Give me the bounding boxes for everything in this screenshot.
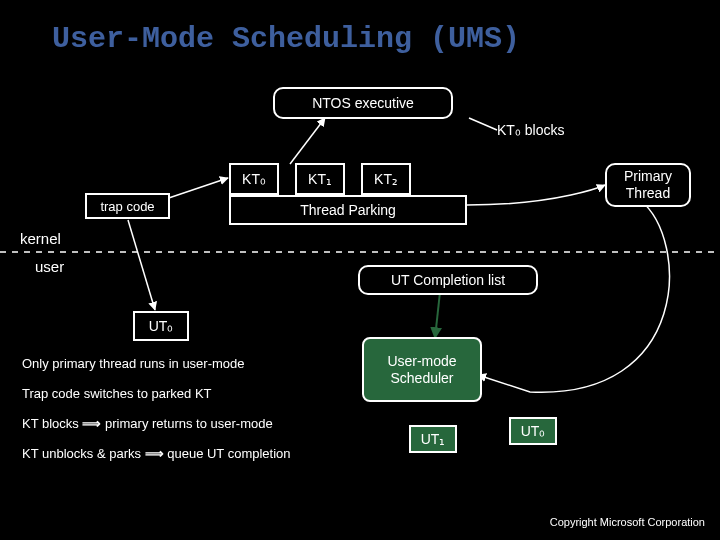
kt2-label: KT₂ (374, 171, 398, 187)
kt0-box: KT₀ (229, 163, 279, 195)
bullet-1: Only primary thread runs in user-mode (22, 356, 245, 371)
kt1-box: KT₁ (295, 163, 345, 195)
ut0-box: UT₀ (133, 311, 189, 341)
bullet-4-a: KT unblocks & parks (22, 446, 145, 461)
ntos-executive-label: NTOS executive (312, 95, 414, 111)
ntos-executive-box: NTOS executive (273, 87, 453, 119)
trap-code-label: trap code (100, 199, 154, 214)
thread-parking-label: Thread Parking (300, 202, 396, 218)
thread-parking-box: Thread Parking (229, 195, 467, 225)
primary-thread-label: Primary Thread (607, 168, 689, 202)
kt0-blocks-label: KT₀ blocks (497, 122, 564, 138)
ut1-green-box: UT₁ (409, 425, 457, 453)
ut-completion-box: UT Completion list (358, 265, 538, 295)
page-title: User-Mode Scheduling (UMS) (52, 22, 520, 56)
bullet-2-text: Trap code switches to parked KT (22, 386, 212, 401)
bullet-2: Trap code switches to parked KT (22, 386, 212, 401)
user-label: user (35, 258, 64, 275)
ut0-green-label: UT₀ (521, 423, 546, 439)
arrow-icon-2: ⟹ (145, 446, 164, 461)
kernel-label: kernel (20, 230, 61, 247)
kt0-label: KT₀ (242, 171, 266, 187)
bullet-3: KT blocks ⟹ primary returns to user-mode (22, 416, 273, 431)
ut0-green-box: UT₀ (509, 417, 557, 445)
ut1-green-label: UT₁ (421, 431, 446, 447)
bullet-3-a: KT blocks (22, 416, 82, 431)
scheduler-label: User-mode Scheduler (364, 353, 480, 387)
bullet-1-text: Only primary thread runs in user-mode (22, 356, 245, 371)
kt1-label: KT₁ (308, 171, 332, 187)
primary-thread-box: Primary Thread (605, 163, 691, 207)
trap-code-box: trap code (85, 193, 170, 219)
scheduler-box: User-mode Scheduler (362, 337, 482, 402)
copyright-text: Copyright Microsoft Corporation (550, 516, 705, 528)
svg-line-0 (469, 118, 497, 130)
bullet-4-b: queue UT completion (164, 446, 291, 461)
ut0-box-label: UT₀ (149, 318, 174, 334)
arrow-icon: ⟹ (82, 416, 101, 431)
bullet-3-b: primary returns to user-mode (101, 416, 272, 431)
kt2-box: KT₂ (361, 163, 411, 195)
ut-completion-label: UT Completion list (391, 272, 505, 288)
bullet-4: KT unblocks & parks ⟹ queue UT completio… (22, 446, 291, 461)
